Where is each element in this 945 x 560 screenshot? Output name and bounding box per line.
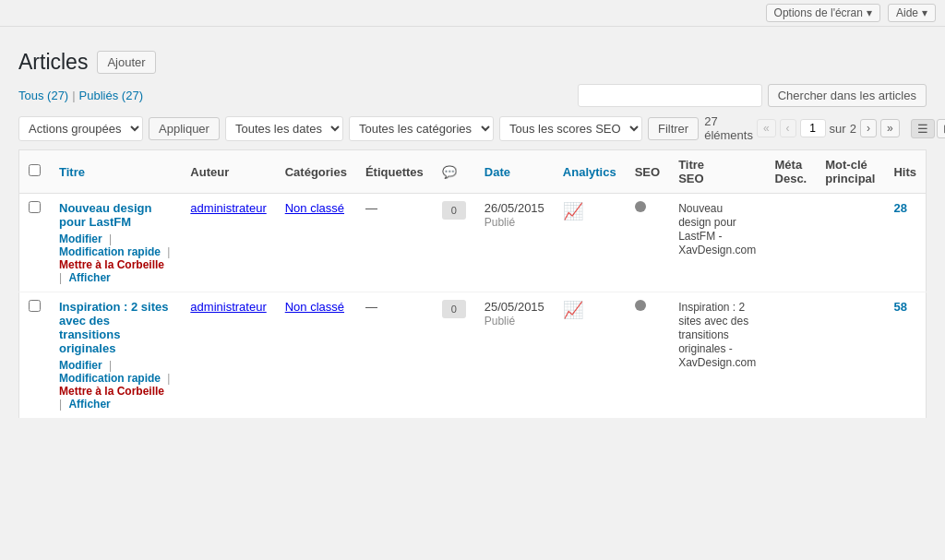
view-published-link[interactable]: Publiés (27)	[79, 89, 143, 102]
help-label: Aide	[896, 6, 918, 19]
last-page-button[interactable]: »	[880, 119, 900, 137]
action-quick-link[interactable]: Modification rapide	[59, 372, 161, 385]
col-categories: Catégories	[276, 150, 356, 194]
first-page-button[interactable]: «	[757, 119, 776, 137]
help-button[interactable]: Aide ▾	[888, 4, 936, 22]
action-view-link[interactable]: Afficher	[68, 271, 110, 284]
post-status: Publié	[484, 315, 515, 328]
prev-page-button[interactable]: ‹	[780, 119, 796, 137]
col-meta-desc: MétaDesc.	[766, 150, 817, 194]
post-seo-cell	[626, 194, 669, 292]
next-page-button[interactable]: ›	[860, 119, 877, 137]
view-links: Tous (27) | Publiés (27)	[18, 89, 143, 102]
action-quick-link[interactable]: Modification rapide	[59, 245, 161, 258]
col-title: Titre	[50, 150, 181, 194]
action-trash-link[interactable]: Mettre à la Corbeille	[59, 258, 164, 271]
col-comments: 💬	[433, 150, 475, 194]
post-seo-cell	[626, 292, 669, 419]
apply-button[interactable]: Appliquer	[149, 117, 220, 140]
action-edit-link[interactable]: Modifier	[59, 232, 102, 245]
bulk-actions-select[interactable]: Actions groupées	[18, 116, 143, 141]
screen-options-label: Options de l'écran	[774, 6, 863, 19]
table-row: Inspiration : 2 sites avec des transitio…	[19, 292, 927, 419]
seo-score-dot	[635, 300, 646, 311]
post-status: Publié	[484, 216, 515, 229]
comment-count-badge: 0	[442, 201, 466, 220]
post-author-cell: administrateur	[181, 292, 275, 419]
col-analytics: Analytics	[554, 150, 626, 194]
post-meta-desc-cell	[766, 292, 817, 419]
post-date-cell: 26/05/2015Publié	[475, 194, 554, 292]
col-author: Auteur	[181, 150, 275, 194]
post-hits-cell: 58	[884, 292, 926, 419]
post-meta-desc-cell	[766, 194, 817, 292]
post-keyword-cell	[816, 194, 884, 292]
screen-options-button[interactable]: Options de l'écran ▾	[766, 4, 880, 22]
action-edit-link[interactable]: Modifier	[59, 359, 102, 372]
post-title-cell: Nouveau design pour LastFMModifier | Mod…	[50, 194, 181, 292]
sort-date-link[interactable]: Date	[484, 165, 510, 179]
analytics-chart-icon: 📈	[563, 300, 583, 320]
action-trash-link[interactable]: Mettre à la Corbeille	[59, 385, 164, 398]
col-tags: Étiquettes	[356, 150, 433, 194]
author-link[interactable]: administrateur	[190, 300, 266, 314]
row-checkbox-1[interactable]	[29, 300, 41, 312]
post-comments-cell: 0	[433, 292, 475, 419]
seo-filter-select[interactable]: Tous les scores SEO	[499, 116, 642, 141]
post-tags-cell: —	[356, 194, 433, 292]
add-article-button[interactable]: Ajouter	[97, 51, 155, 74]
analytics-chart-icon: 📈	[563, 201, 583, 221]
category-link[interactable]: Non classé	[285, 201, 344, 215]
items-count: 27 éléments	[704, 114, 753, 142]
page-title: Articles	[18, 50, 88, 75]
post-title-link[interactable]: Inspiration : 2 sites avec des transitio…	[59, 300, 168, 355]
post-author-cell: administrateur	[181, 194, 275, 292]
articles-table: Titre Auteur Catégories Étiquettes 💬 Dat…	[18, 149, 927, 419]
sort-analytics-link[interactable]: Analytics	[563, 165, 616, 179]
col-hits: Hits	[884, 150, 926, 194]
search-button[interactable]: Chercher dans les articles	[768, 84, 927, 107]
dates-filter-select[interactable]: Toutes les dates	[225, 116, 343, 141]
post-analytics-cell: 📈	[554, 194, 626, 292]
search-input[interactable]	[578, 84, 762, 107]
view-all-link[interactable]: Tous (27)	[18, 89, 68, 102]
post-title-link[interactable]: Nouveau design pour LastFM	[59, 201, 151, 229]
col-keyword: Mot-cléprincipal	[816, 150, 884, 194]
row-checkbox-0[interactable]	[29, 201, 41, 213]
select-all-checkbox[interactable]	[29, 164, 41, 176]
post-date-cell: 25/05/2015Publié	[475, 292, 554, 419]
page-number-input[interactable]	[800, 119, 826, 137]
seo-score-dot	[635, 201, 646, 212]
categories-filter-select[interactable]: Toutes les catégories	[349, 116, 494, 141]
post-comments-cell: 0	[433, 194, 475, 292]
list-view-button[interactable]: ☰	[911, 119, 935, 138]
category-link[interactable]: Non classé	[285, 300, 344, 314]
chevron-down-icon: ▾	[922, 6, 927, 19]
post-keyword-cell	[816, 292, 884, 419]
comment-count-badge: 0	[442, 300, 466, 318]
table-row: Nouveau design pour LastFMModifier | Mod…	[19, 194, 927, 292]
sort-title-link[interactable]: Titre	[59, 165, 85, 179]
total-pages: 2	[850, 122, 856, 136]
post-category-cell: Non classé	[276, 194, 356, 292]
col-seo: SEO	[626, 150, 669, 194]
post-category-cell: Non classé	[276, 292, 356, 419]
comment-header-icon: 💬	[442, 165, 457, 179]
chevron-down-icon: ▾	[867, 6, 872, 19]
author-link[interactable]: administrateur	[190, 201, 266, 215]
post-title-cell: Inspiration : 2 sites avec des transitio…	[50, 292, 181, 419]
action-view-link[interactable]: Afficher	[68, 398, 110, 411]
post-tags-cell: —	[356, 292, 433, 419]
col-seo-title: TitreSEO	[669, 150, 765, 194]
grid-view-button[interactable]: ⊞	[937, 119, 945, 138]
post-analytics-cell: 📈	[554, 292, 626, 419]
col-date: Date	[475, 150, 554, 194]
post-hits-cell: 28	[884, 194, 926, 292]
filter-button[interactable]: Filtrer	[648, 117, 699, 140]
page-of-label: sur	[830, 122, 846, 136]
post-seo-title-cell: Nouveau design pour LastFM - XavDesign.c…	[669, 194, 765, 292]
post-seo-title-cell: Inspiration : 2 sites avec des transitio…	[669, 292, 765, 419]
